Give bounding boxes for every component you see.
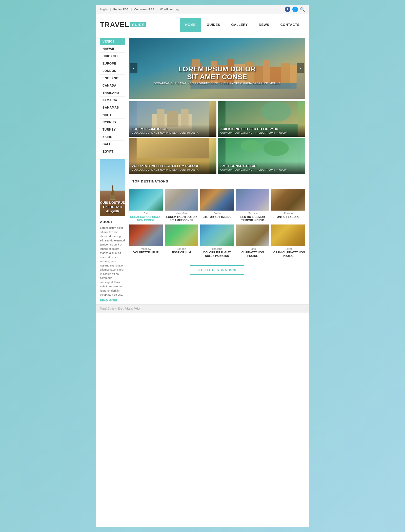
sidebar-promo-text: QUIS NOSTRUD EXERCITATI ALIQUIP xyxy=(100,201,125,214)
dest-turkey-img xyxy=(236,189,270,211)
svg-marker-1 xyxy=(112,188,113,191)
facebook-icon[interactable]: f xyxy=(285,7,290,12)
svg-point-32 xyxy=(240,139,261,152)
grid-item-3[interactable]: VOLUPTATE VELIT ESSE CILLUM DOLORE OCCAE… xyxy=(129,138,216,174)
sidebar-item-chicago[interactable]: CHICAGO xyxy=(100,53,125,60)
dest-berlin-img xyxy=(200,189,234,211)
sidebar-item-hawaii[interactable]: HAWAII xyxy=(100,45,125,53)
dest-bali-img xyxy=(129,189,163,211)
svg-rect-25 xyxy=(167,111,178,127)
svg-rect-4 xyxy=(111,195,114,195)
sidebar-item-turkey[interactable]: TURKEY xyxy=(100,126,125,133)
nav-guides[interactable]: GUIDES xyxy=(201,18,226,32)
grid-item-4-overlay: AMET CONSE CTETUR OCCAECAT CUPIDATAT NON… xyxy=(218,161,305,174)
logo-travel: TRAVEL xyxy=(100,21,129,29)
dest-berlin[interactable]: Berlin CTETUR ADIPISICING xyxy=(200,189,234,222)
about-title: ABOUT xyxy=(100,220,125,224)
dest-europe[interactable]: Europe UNT UT LABORE xyxy=(271,189,305,222)
sidebar-item-egypt[interactable]: EGYPT xyxy=(100,148,125,155)
logo: TRAVEL GUIDE xyxy=(100,21,146,29)
sidebar-item-cyprus[interactable]: CYPRUS xyxy=(100,119,125,126)
about-text: Lorem ipsum dolor sit amet conse ctetur … xyxy=(100,226,125,297)
search-button[interactable]: 🔍 xyxy=(300,7,305,12)
main-nav: HOME GUIDES GALLERY NEWS CONTACTS xyxy=(180,18,305,32)
top-bar: Log in | Entries RSS | Comments RSS | Wo… xyxy=(96,5,309,14)
sidebar-item-canada[interactable]: CANADA xyxy=(100,82,125,89)
sidebar-item-thailand[interactable]: THAILAND xyxy=(100,89,125,97)
footer: Travel Guide © 2014. Privacy Policy xyxy=(96,304,309,313)
grid-item-2[interactable]: ADIPISICING ELIT SED DO EIUSMOD OCCAECAT… xyxy=(218,101,305,137)
sidebar-item-london[interactable]: LONDON xyxy=(100,67,125,75)
nav-gallery[interactable]: GALLERY xyxy=(226,18,253,32)
destinations-row-1: Bali OCCAECAT CUPIDATAT NON PROIDE New Y… xyxy=(129,189,305,222)
dest-newyork-img xyxy=(165,189,198,211)
sidebar-item-jamaica[interactable]: JAMAICA xyxy=(100,97,125,104)
top-bar-links: Log in | Entries RSS | Comments RSS | Wo… xyxy=(100,8,179,11)
nav-contacts[interactable]: CONTACTS xyxy=(275,18,305,32)
sidebar-promo: QUIS NOSTRUD EXERCITATI ALIQUIP xyxy=(100,159,125,216)
hero-subtitle: OCCAECAT CUPIDATAT NON PROIDENT SUNT IN … xyxy=(129,82,305,85)
sidebar-item-haiti[interactable]: HAITI xyxy=(100,111,125,119)
dest-europe-img xyxy=(271,189,305,211)
svg-point-33 xyxy=(263,141,289,156)
twitter-icon[interactable]: t xyxy=(292,7,298,12)
dest-paris[interactable]: Paris CUPIDATAT NON PROIDE xyxy=(236,224,270,257)
logo-guide: GUIDE xyxy=(130,22,146,27)
dest-newyork[interactable]: New York LOREM IPSUM DOLOR SIT AMET CONS… xyxy=(165,189,198,222)
see-all-wrapper: SEE ALL DESTINATIONS xyxy=(129,260,305,279)
entries-rss-link[interactable]: Entries RSS xyxy=(113,8,129,11)
sidebar-about: ABOUT Lorem ipsum dolor sit amet conse c… xyxy=(100,220,125,302)
grid-item-1[interactable]: LOREM IPSUM DOLOR OCCAECAT CUPIDATAT NON… xyxy=(129,101,216,137)
hero-text: LOREM IPSUM DOLOR SIT AMET CONSE OCCAECA… xyxy=(129,65,305,85)
header: TRAVEL GUIDE HOME GUIDES GALLERY NEWS CO… xyxy=(96,14,309,35)
dest-thailand-img xyxy=(200,224,234,246)
destinations-row-2: Moscow VOLUPTATE VELIT London ESSE CILLU… xyxy=(129,224,305,257)
dest-thailand[interactable]: Thailand DOLORE EU FUGIAT NULLA PARIATUR xyxy=(200,224,234,257)
hero-slider: ‹ › LOREM IPSUM DOLOR SIT AMET CONSE OCC… xyxy=(129,38,305,99)
top-bar-social: f t 🔍 xyxy=(285,7,305,12)
nav-news[interactable]: NEWS xyxy=(253,18,275,32)
login-link[interactable]: Log in xyxy=(100,8,108,11)
grid-item-3-overlay: VOLUPTATE VELIT ESSE CILLUM DOLORE OCCAE… xyxy=(129,161,216,174)
svg-rect-6 xyxy=(110,199,115,200)
dest-moscow-img xyxy=(129,224,163,246)
content-grid: LOREM IPSUM DOLOR OCCAECAT CUPIDATAT NON… xyxy=(129,101,305,174)
comments-rss-link[interactable]: Comments RSS xyxy=(134,8,154,11)
nav-home[interactable]: HOME xyxy=(180,18,201,32)
dest-london-img xyxy=(165,224,198,246)
section-title-top-destinations: TOP DESTINATIONS xyxy=(129,177,305,186)
grid-item-1-overlay: LOREM IPSUM DOLOR OCCAECAT CUPIDATAT NON… xyxy=(129,125,216,137)
read-more-link[interactable]: READ MORE xyxy=(100,299,117,302)
dest-egypt-img xyxy=(271,224,305,246)
hero-title: LOREM IPSUM DOLOR SIT AMET CONSE xyxy=(129,65,305,81)
grid-item-4[interactable]: AMET CONSE CTETUR OCCAECAT CUPIDATAT NON… xyxy=(218,138,305,174)
sidebar-item-bali[interactable]: BALI xyxy=(100,141,125,148)
see-all-destinations-button[interactable]: SEE ALL DESTINATIONS xyxy=(190,265,245,275)
sidebar: VENICE HAWAII CHICAGO EUROPE LONDON ENGL… xyxy=(100,38,125,302)
dest-moscow[interactable]: Moscow VOLUPTATE VELIT xyxy=(129,224,163,257)
svg-rect-24 xyxy=(181,109,189,127)
dest-paris-img xyxy=(236,224,270,246)
sidebar-item-europe[interactable]: EUROPE xyxy=(100,60,125,67)
sidebar-item-bahamas[interactable]: BAHAMAS xyxy=(100,104,125,111)
main-layout: VENICE HAWAII CHICAGO EUROPE LONDON ENGL… xyxy=(96,35,309,304)
privacy-policy-link[interactable]: Privacy Policy xyxy=(125,307,140,310)
dest-egypt[interactable]: Egypt LOREM CUPIDATAT NON PROIDE xyxy=(271,224,305,257)
sidebar-item-venice[interactable]: VENICE xyxy=(100,38,125,45)
svg-marker-3 xyxy=(111,191,114,195)
content: ‹ › LOREM IPSUM DOLOR SIT AMET CONSE OCC… xyxy=(129,38,305,302)
sidebar-item-zaire[interactable]: ZAIRE xyxy=(100,133,125,141)
svg-rect-23 xyxy=(157,109,165,127)
dest-turkey[interactable]: Turkey SED DO EIUSMOD TEMPOR INCIDID xyxy=(236,189,270,222)
wordpress-link[interactable]: WordPress.org xyxy=(160,8,178,11)
sidebar-item-england[interactable]: ENGLAND xyxy=(100,75,125,82)
grid-item-2-overlay: ADIPISICING ELIT SED DO EIUSMOD OCCAECAT… xyxy=(218,125,305,137)
svg-rect-2 xyxy=(112,191,114,191)
sidebar-menu: VENICE HAWAII CHICAGO EUROPE LONDON ENGL… xyxy=(100,38,125,155)
svg-marker-0 xyxy=(112,185,113,188)
dest-bali[interactable]: Bali OCCAECAT CUPIDATAT NON PROIDE xyxy=(129,189,163,222)
footer-text: Travel Guide © 2014. xyxy=(100,307,124,310)
dest-london[interactable]: London ESSE CILLUM xyxy=(165,224,198,257)
svg-point-27 xyxy=(261,101,291,121)
svg-marker-5 xyxy=(110,195,115,199)
